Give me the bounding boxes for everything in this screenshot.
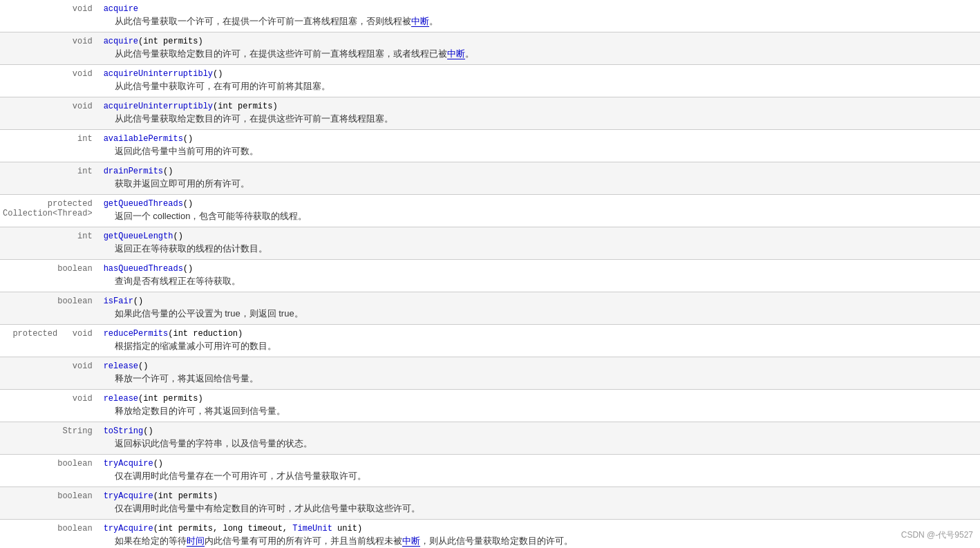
method-description: 返回一个 collection，包含可能等待获取的线程。 (115, 210, 974, 223)
method-description: 仅在调用时此信号量中有给定数目的许可时，才从此信号量中获取这些许可。 (115, 502, 974, 515)
method-content: drainPermits()获取并返回立即可用的所有许可。 (98, 162, 980, 195)
table-row: voidacquire(int permits)从此信号量获取给定数目的许可，在… (0, 32, 980, 65)
method-description: 获取并返回立即可用的所有许可。 (115, 178, 974, 190)
table-row: voidacquireUninterruptibly()从此信号量中获取许可，在… (0, 65, 980, 97)
method-description: 根据指定的缩减量减小可用许可的数目。 (115, 340, 974, 352)
method-content: hasQueuedThreads()查询是否有线程正在等待获取。 (98, 260, 980, 292)
method-name-link[interactable]: getQueueLength (104, 232, 173, 241)
table-row: protected voidreducePermits(int reductio… (0, 325, 980, 357)
method-description: 从此信号量获取给定数目的许可，在提供这些许可前一直将线程阻塞，或者线程已被中断。 (115, 48, 974, 60)
method-modifier: void (0, 32, 98, 65)
table-row: intavailablePermits()返回此信号量中当前可用的许可数。 (0, 130, 980, 162)
table-row: booleanhasQueuedThreads()查询是否有线程正在等待获取。 (0, 260, 980, 292)
method-name-link[interactable]: tryAcquire (104, 491, 153, 501)
method-description: 如果此信号量的公平设置为 true，则返回 true。 (115, 308, 974, 320)
interrupted-link[interactable]: 中断 (447, 48, 465, 59)
interrupted-link[interactable]: 中断 (411, 16, 429, 27)
method-name-link[interactable]: acquire (104, 4, 138, 14)
method-description: 返回此信号量中当前可用的许可数。 (115, 145, 974, 158)
method-modifier: boolean (0, 260, 98, 292)
method-name-link[interactable]: getQueuedThreads (104, 199, 183, 209)
method-description: 释放给定数目的许可，将其返回到信号量。 (115, 405, 974, 417)
method-name-link[interactable]: tryAcquire (104, 459, 153, 469)
method-content: isFair()如果此信号量的公平设置为 true，则返回 true。 (98, 292, 980, 325)
table-row: booleantryAcquire()仅在调用时此信号量存在一个可用许可，才从信… (0, 455, 980, 487)
table-row: booleantryAcquire(int permits)仅在调用时此信号量中… (0, 487, 980, 520)
method-modifier: void (0, 65, 98, 97)
table-row: protected Collection<Thread>getQueuedThr… (0, 195, 980, 227)
method-content: getQueuedThreads()返回一个 collection，包含可能等待… (98, 195, 980, 227)
method-content: toString()返回标识此信号量的字符串，以及信号量的状态。 (98, 422, 980, 455)
table-row: intgetQueueLength()返回正在等待获取的线程的估计数目。 (0, 227, 980, 260)
method-content: release(int permits)释放给定数目的许可，将其返回到信号量。 (98, 390, 980, 422)
api-methods-table: voidacquire从此信号量获取一个许可，在提供一个许可前一直将线程阻塞，否… (0, 0, 980, 548)
method-description: 返回正在等待获取的线程的估计数目。 (115, 243, 974, 255)
table-row: StringtoString()返回标识此信号量的字符串，以及信号量的状态。 (0, 422, 980, 455)
table-row: booleanisFair()如果此信号量的公平设置为 true，则返回 tru… (0, 292, 980, 325)
method-content: getQueueLength()返回正在等待获取的线程的估计数目。 (98, 227, 980, 260)
method-description: 从此信号量获取给定数目的许可，在提供这些许可前一直将线程阻塞。 (115, 113, 974, 125)
method-name-link[interactable]: release (104, 361, 138, 371)
table-row: voidacquire从此信号量获取一个许可，在提供一个许可前一直将线程阻塞，否… (0, 0, 980, 32)
method-modifier: void (0, 0, 98, 32)
method-modifier: int (0, 227, 98, 260)
method-modifier: int (0, 130, 98, 162)
method-description: 从此信号量获取一个许可，在提供一个许可前一直将线程阻塞，否则线程被中断。 (115, 15, 974, 28)
method-modifier: void (0, 390, 98, 422)
method-modifier: boolean (0, 292, 98, 325)
method-description: 返回标识此信号量的字符串，以及信号量的状态。 (115, 437, 974, 450)
method-description: 释放一个许可，将其返回给信号量。 (115, 372, 974, 385)
method-name-link[interactable]: acquireUninterruptibly (104, 102, 213, 111)
method-modifier: boolean (0, 520, 98, 549)
table-row: booleantryAcquire(int permits, long time… (0, 520, 980, 549)
method-content: reducePermits(int reduction)根据指定的缩减量减小可用… (98, 325, 980, 357)
method-description: 如果在给定的等待时间内此信号量有可用的所有许可，并且当前线程未被中断，则从此信号… (115, 535, 974, 547)
method-modifier: int (0, 162, 98, 195)
method-content: acquireUninterruptibly(int permits)从此信号量… (98, 97, 980, 130)
method-content: acquireUninterruptibly()从此信号量中获取许可，在有可用的… (98, 65, 980, 97)
method-name-link[interactable]: tryAcquire (104, 524, 153, 533)
method-modifier: String (0, 422, 98, 455)
method-modifier: boolean (0, 487, 98, 520)
method-content: release()释放一个许可，将其返回给信号量。 (98, 357, 980, 390)
desc-link[interactable]: 时间 (187, 536, 205, 547)
method-name-link[interactable]: drainPermits (104, 167, 163, 176)
method-modifier: protected Collection<Thread> (0, 195, 98, 227)
method-description: 从此信号量中获取许可，在有可用的许可前将其阻塞。 (115, 80, 974, 93)
method-name-link[interactable]: hasQueuedThreads (104, 264, 183, 274)
method-description: 仅在调用时此信号量存在一个可用许可，才从信号量获取许可。 (115, 470, 974, 482)
method-modifier: void (0, 97, 98, 130)
method-name-link[interactable]: acquire (104, 37, 138, 46)
method-content: tryAcquire(int permits)仅在调用时此信号量中有给定数目的许… (98, 487, 980, 520)
method-content: availablePermits()返回此信号量中当前可用的许可数。 (98, 130, 980, 162)
table-row: voidrelease()释放一个许可，将其返回给信号量。 (0, 357, 980, 390)
method-name-link[interactable]: reducePermits (104, 329, 169, 339)
watermark: CSDN @-代号9527 (901, 529, 973, 541)
method-name-link[interactable]: release (104, 394, 138, 404)
table-row: voidrelease(int permits)释放给定数目的许可，将其返回到信… (0, 390, 980, 422)
method-description: 查询是否有线程正在等待获取。 (115, 275, 974, 287)
table-row: voidacquireUninterruptibly(int permits)从… (0, 97, 980, 130)
method-name-link[interactable]: toString (104, 426, 144, 436)
method-name-link[interactable]: acquireUninterruptibly (104, 69, 213, 79)
method-modifier: boolean (0, 455, 98, 487)
method-modifier: protected void (0, 325, 98, 357)
method-modifier: void (0, 357, 98, 390)
table-row: intdrainPermits()获取并返回立即可用的所有许可。 (0, 162, 980, 195)
interrupted-link[interactable]: 中断 (402, 536, 420, 547)
timeunit-link[interactable]: TimeUnit (292, 524, 332, 533)
method-name-link[interactable]: isFair (104, 296, 133, 306)
method-content: acquire从此信号量获取一个许可，在提供一个许可前一直将线程阻塞，否则线程被… (98, 0, 980, 32)
method-content: acquire(int permits)从此信号量获取给定数目的许可，在提供这些… (98, 32, 980, 65)
method-content: tryAcquire()仅在调用时此信号量存在一个可用许可，才从信号量获取许可。 (98, 455, 980, 487)
method-name-link[interactable]: availablePermits (104, 134, 183, 144)
method-content: tryAcquire(int permits, long timeout, Ti… (98, 520, 980, 549)
